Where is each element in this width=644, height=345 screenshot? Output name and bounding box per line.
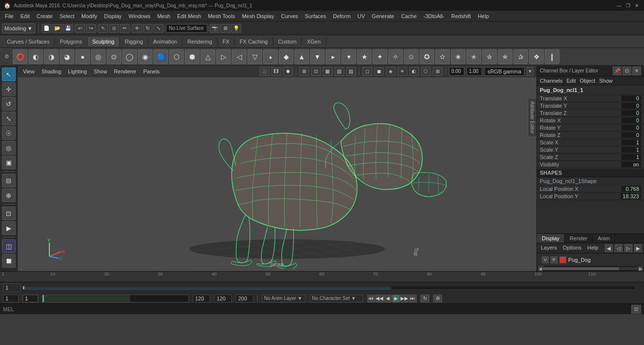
shelf-icon-31[interactable]: ✯	[498, 49, 512, 64]
cb-attr-value[interactable]: 0	[622, 125, 641, 131]
vp-layout1-icon[interactable]: ⊞	[299, 67, 309, 76]
help-menu[interactable]: Help	[585, 244, 600, 252]
menu-item-windows[interactable]: Windows	[126, 12, 154, 20]
go-start-btn[interactable]: ⏮	[367, 295, 375, 302]
shelf-tab-rigging[interactable]: Rigging	[120, 37, 148, 46]
cb-attr-value[interactable]: 1	[622, 147, 641, 153]
cb-channels-menu[interactable]: Channels	[540, 78, 562, 84]
show-manip-btn[interactable]: ▣	[2, 156, 16, 169]
shelf-icon-26[interactable]: ✪	[420, 49, 434, 64]
settings-btn[interactable]: ⚙	[433, 295, 442, 302]
cb-attr-value[interactable]: 1	[622, 139, 641, 145]
anim-layer-dropdown[interactable]: No Anim Layer ▼	[262, 295, 306, 302]
rp-close-btn[interactable]: ✕	[632, 67, 641, 75]
shelf-icon-29[interactable]: ✭	[466, 49, 481, 64]
vp-wire-icon[interactable]: ◻	[362, 67, 372, 76]
cb-attr-value[interactable]: 0	[622, 95, 641, 101]
shelf-icon-22[interactable]: ★	[357, 49, 372, 64]
menu-item-mesh[interactable]: Mesh	[154, 12, 173, 20]
rp-expand-btn[interactable]: ⊡	[622, 67, 631, 75]
vp-shadow-icon[interactable]: ◐	[409, 67, 419, 76]
shelf-icon-2[interactable]: ◑	[44, 49, 59, 64]
shelf-tab-fx[interactable]: FX	[218, 37, 235, 46]
vp-layout4-icon[interactable]: ▧	[334, 67, 344, 76]
shelf-icon-9[interactable]: 🔵	[154, 49, 168, 64]
shelf-icon-10[interactable]: ⬡	[169, 49, 184, 64]
paint-select-btn[interactable]: ⊕	[2, 188, 16, 202]
cam-icon[interactable]: 📷	[210, 24, 220, 33]
layers-menu[interactable]: Layers	[539, 244, 559, 252]
cb-attr-value[interactable]: 0	[622, 110, 641, 116]
shelf-icon-19[interactable]: ▼	[310, 49, 325, 64]
shading-menu[interactable]: Shading	[39, 68, 64, 75]
save-file-icon[interactable]: 💾	[63, 24, 73, 33]
shelf-icon-0[interactable]: ⭕	[13, 49, 27, 64]
cb-attr-value[interactable]: 1	[622, 154, 641, 160]
shelf-icon-17[interactable]: ◆	[279, 49, 293, 64]
show-menu[interactable]: Show	[91, 68, 110, 75]
scale-icon[interactable]: ⤡	[154, 24, 163, 33]
renderer-menu[interactable]: Renderer	[111, 68, 139, 75]
panels-menu[interactable]: Panels	[141, 68, 162, 75]
cb-attr-value[interactable]: 0	[622, 132, 641, 138]
mel-history-btn[interactable]: ⊡	[631, 305, 641, 314]
shelf-tab-sculpting[interactable]: Sculpting	[88, 37, 120, 46]
menu-item-modify[interactable]: Modify	[78, 12, 100, 20]
display-tab[interactable]: Display	[537, 234, 565, 243]
menu-item--3dtoall-[interactable]: -3DtoAll-	[421, 12, 447, 20]
shelf-icon-16[interactable]: ⬧	[263, 49, 278, 64]
render-tab[interactable]: Render	[565, 234, 593, 243]
cb-attr-value[interactable]: 0	[622, 103, 641, 109]
vp-gamma-display[interactable]: sRGB gamma	[484, 67, 525, 76]
menu-item-help[interactable]: Help	[475, 12, 492, 20]
lasso-select-btn[interactable]: ⊟	[2, 174, 16, 187]
shelf-icon-11[interactable]: ⬢	[185, 49, 200, 64]
options-menu[interactable]: Options	[561, 244, 583, 252]
shelf-tab-xgen[interactable]: XGen	[302, 37, 326, 46]
shelf-settings-icon[interactable]: ⚙	[2, 50, 12, 64]
scrollbar-left-arrow[interactable]: ◀	[538, 266, 543, 271]
shelf-icon-34[interactable]: ❙	[545, 49, 559, 64]
vp-layout5-icon[interactable]: ▨	[346, 67, 356, 76]
menu-item-edit[interactable]: Edit	[18, 12, 33, 20]
undo-icon[interactable]: ↩	[75, 24, 85, 33]
shelf-icon-5[interactable]: ◎	[91, 49, 106, 64]
mode-dropdown[interactable]: Modeling ▼	[2, 23, 35, 33]
menu-item-mesh-display[interactable]: Mesh Display	[239, 12, 277, 20]
cb-edit-menu[interactable]: Edit	[566, 78, 576, 84]
shelf-icon-20[interactable]: ▸	[326, 49, 340, 64]
shelf-icon-30[interactable]: ✮	[482, 49, 497, 64]
shelf-icon-25[interactable]: ✩	[404, 49, 419, 64]
shelf-icon-24[interactable]: ✧	[388, 49, 403, 64]
cb-attr-value[interactable]: 0	[622, 117, 641, 123]
vp-gamma-arrow[interactable]: ▼	[527, 67, 533, 76]
maximize-button[interactable]: ❐	[624, 2, 631, 9]
menu-item-select[interactable]: Select	[57, 12, 78, 20]
rp-left-arrow[interactable]: ◀	[605, 244, 613, 252]
universal-tool-btn[interactable]: ☉	[2, 126, 16, 140]
rp-pin-btn[interactable]: 📌	[613, 67, 622, 75]
layer-visibility-btn[interactable]: V	[542, 256, 549, 263]
light-icon[interactable]: 💡	[231, 24, 241, 33]
menu-item-display[interactable]: Display	[101, 12, 125, 20]
select-tool-btn[interactable]: ↖	[2, 68, 16, 81]
frame-start-input[interactable]	[3, 295, 19, 302]
scale-tool-btn[interactable]: ⤡	[2, 112, 16, 125]
step-fwd-btn[interactable]: ▶▶	[400, 295, 408, 302]
vp-texture-icon[interactable]: ◈	[386, 67, 396, 76]
vp-layout3-icon[interactable]: ▦	[323, 67, 333, 76]
playback-end-input[interactable]	[193, 295, 210, 302]
menu-item-mesh-tools[interactable]: Mesh Tools	[205, 12, 238, 20]
vp-xray-icon[interactable]: ⬡	[421, 67, 431, 76]
step-back-btn[interactable]: ◀◀	[376, 295, 383, 302]
close-button[interactable]: ✕	[633, 2, 640, 9]
select-icon[interactable]: ↖	[98, 24, 108, 33]
vp-cam-icon[interactable]: 🎥	[260, 67, 269, 76]
shelf-tab-curves--surfaces[interactable]: Curves / Surfaces	[2, 37, 55, 46]
cb-object-menu[interactable]: Object	[579, 78, 595, 84]
outline-btn[interactable]: ◫	[2, 239, 16, 253]
shelf-icon-3[interactable]: ◕	[60, 49, 74, 64]
shelf-tab-animation[interactable]: Animation	[148, 37, 182, 46]
loop-btn[interactable]: ↻	[421, 295, 429, 302]
shelf-icon-8[interactable]: ◉	[138, 49, 153, 64]
